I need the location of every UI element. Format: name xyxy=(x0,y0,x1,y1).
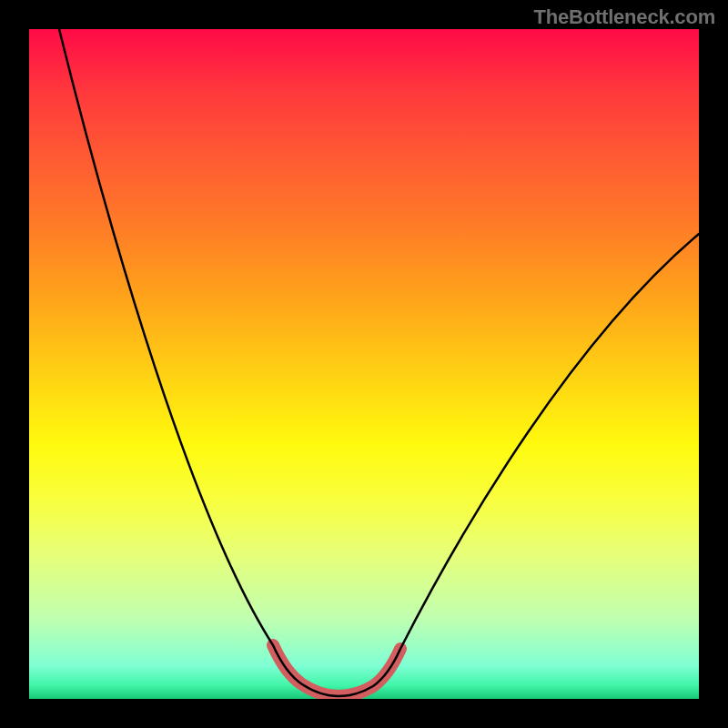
bottleneck-curve xyxy=(29,29,699,699)
curve-highlight xyxy=(273,645,400,696)
chart-container: TheBottleneck.com xyxy=(0,0,728,728)
watermark-text: TheBottleneck.com xyxy=(533,5,715,29)
curve-main xyxy=(59,29,699,696)
plot-area xyxy=(29,29,699,699)
